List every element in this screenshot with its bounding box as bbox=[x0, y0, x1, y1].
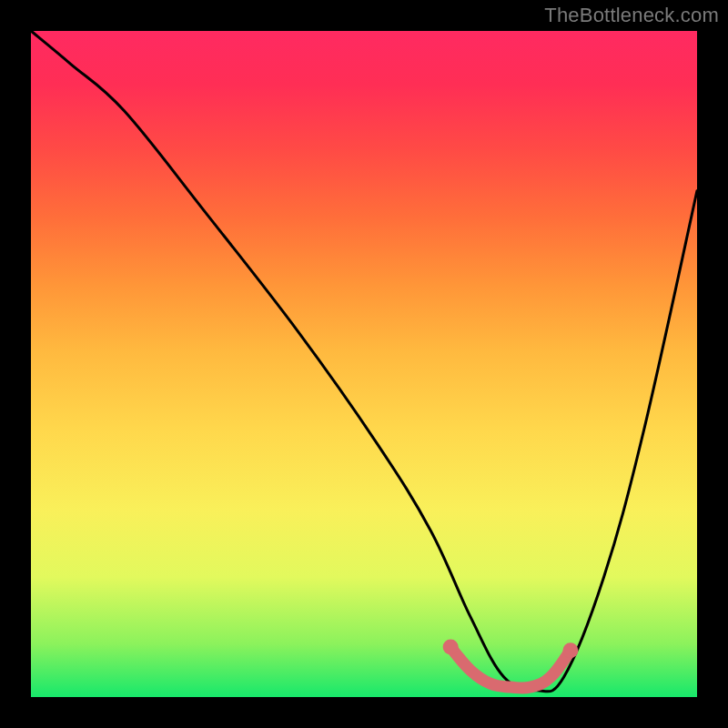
chart-frame: TheBottleneck.com bbox=[0, 0, 728, 728]
plot-area bbox=[31, 31, 697, 697]
curve-svg bbox=[31, 31, 697, 697]
optimal-range-path bbox=[450, 647, 571, 688]
optimal-range-highlight bbox=[443, 640, 579, 689]
optimal-range-end-dot bbox=[562, 642, 578, 658]
optimal-range-start-dot bbox=[443, 640, 459, 655]
bottleneck-curve-path bbox=[31, 31, 697, 692]
watermark-text: TheBottleneck.com bbox=[544, 4, 719, 27]
